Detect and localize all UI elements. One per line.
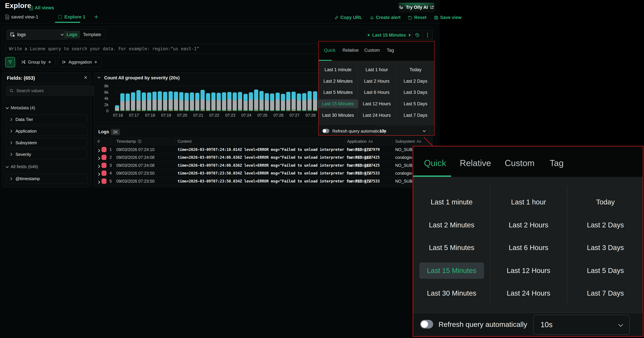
log-row[interactable]: 509/03/2026 07:23:50time=2026-03-09T07:2…: [94, 177, 432, 185]
metadata-group-label[interactable]: Metadata (4): [6, 105, 35, 110]
bar-segment-red: [286, 111, 290, 111]
save-view-button[interactable]: Save view: [434, 15, 462, 20]
tp-tab-tag[interactable]: Tag: [550, 158, 564, 168]
time-option[interactable]: Last 6 Hours: [509, 244, 548, 252]
all-views-link[interactable]: All views: [29, 5, 54, 10]
time-range-button[interactable]: Last 15 Minutes: [367, 30, 411, 40]
time-option[interactable]: Last 1 minute: [324, 67, 352, 72]
data-source-select[interactable]: logs: [6, 29, 67, 40]
time-option[interactable]: Last 5 Days: [587, 267, 624, 275]
add-tab-button[interactable]: +: [94, 13, 98, 21]
time-option-selected[interactable]: Last 15 Minutes: [318, 99, 358, 108]
time-option[interactable]: Today: [596, 198, 615, 206]
all-fields-group-label[interactable]: All fields (649): [6, 164, 38, 169]
expand-row-icon[interactable]: [97, 157, 100, 160]
refresh-interval-select[interactable]: 10s: [375, 126, 430, 136]
more-options-button[interactable]: [423, 30, 432, 40]
aggregation-button[interactable]: Aggregation +: [58, 57, 102, 67]
time-option[interactable]: Last 1 hour: [366, 67, 388, 72]
fields-search[interactable]: [6, 86, 94, 96]
refresh-toggle[interactable]: [420, 320, 433, 329]
mode-template[interactable]: Template: [80, 31, 104, 38]
prev-range-icon[interactable]: [368, 34, 369, 36]
time-option[interactable]: Last 24 Hours: [363, 113, 391, 118]
group-by-button[interactable]: Group by +: [17, 57, 56, 67]
time-option-selected[interactable]: Last 15 Minutes: [419, 263, 484, 279]
col-application[interactable]: Application Aa: [347, 139, 373, 144]
expand-row-icon[interactable]: [97, 181, 100, 184]
time-option[interactable]: Last 12 Hours: [363, 101, 391, 106]
time-option[interactable]: Last 2 Days: [404, 79, 427, 84]
fields-search-input[interactable]: [16, 88, 90, 93]
tp-tab-custom[interactable]: Custom: [505, 158, 534, 168]
time-option[interactable]: Last 1 minute: [431, 198, 472, 206]
tab-explore-1[interactable]: Explore 1: [58, 14, 85, 20]
time-option[interactable]: Last 5 Minutes: [324, 90, 353, 95]
collapse-chart-icon[interactable]: [97, 75, 100, 78]
field-row-data-tier[interactable]: Data Tier: [6, 115, 87, 124]
expand-row-icon[interactable]: [97, 173, 100, 176]
bar-segment-gray: [152, 100, 156, 110]
col-num[interactable]: #: [98, 139, 100, 144]
stacked-bar: [174, 92, 178, 111]
link-icon: [334, 15, 339, 20]
copy-url-button[interactable]: Copy URL: [334, 15, 362, 20]
log-row[interactable]: 409/03/2026 07:23:50time=2026-03-09T07:2…: [94, 169, 432, 177]
close-icon[interactable]: ×: [84, 74, 87, 81]
field-row-application[interactable]: Application: [6, 126, 87, 136]
create-alert-button[interactable]: Create alert: [370, 15, 401, 20]
field-row-severity[interactable]: Severity: [6, 150, 87, 159]
filter-button[interactable]: [5, 57, 15, 67]
time-option[interactable]: Last 7 Days: [404, 113, 427, 118]
field-row-subsystem[interactable]: Subsystem: [6, 138, 87, 148]
time-option[interactable]: Last 7 Days: [587, 289, 624, 297]
tab-saved-view-1[interactable]: saved view-1: [5, 14, 38, 20]
tp-tab-quick[interactable]: Quick: [424, 158, 446, 168]
time-option[interactable]: Last 2 Minutes: [429, 221, 474, 229]
reset-button[interactable]: Reset: [408, 15, 426, 20]
time-option[interactable]: Last 1 hour: [511, 198, 546, 206]
log-row[interactable]: 109/03/2026 07:24:10time=2026-03-09T07:2…: [94, 146, 432, 154]
bar-segment-red: [265, 111, 269, 111]
time-option[interactable]: Last 2 Minutes: [324, 79, 353, 84]
time-option[interactable]: Last 2 Hours: [509, 221, 548, 229]
time-option[interactable]: Last 12 Hours: [507, 267, 550, 275]
refresh-toggle[interactable]: [322, 129, 329, 133]
chevron-right-icon: [9, 118, 12, 121]
time-option[interactable]: Last 3 Days: [587, 244, 624, 252]
time-option[interactable]: Last 3 Days: [404, 90, 427, 95]
bar-segment-red: [292, 111, 296, 111]
tp-tab-relative[interactable]: Relative: [342, 48, 359, 53]
time-option[interactable]: Last 6 Hours: [364, 90, 390, 95]
try-olly-ai-button[interactable]: Try Olly AI: [398, 3, 434, 12]
time-option[interactable]: Last 2 Days: [587, 221, 624, 229]
col-timestamp[interactable]: Timestamp: [116, 139, 142, 144]
time-option[interactable]: Last 30 Minutes: [322, 113, 354, 118]
case-sensitivity-icon: Aa: [417, 139, 421, 144]
expand-row-icon[interactable]: [97, 149, 100, 152]
tp-tab-relative[interactable]: Relative: [460, 158, 491, 168]
log-row[interactable]: 209/03/2026 07:24:08time=2026-03-09T07:2…: [94, 154, 432, 162]
bar-segment-green: [276, 110, 280, 111]
bar-segment-gray: [292, 99, 296, 110]
time-option[interactable]: Last 24 Hours: [507, 289, 550, 297]
time-option[interactable]: Last 5 Days: [404, 101, 427, 106]
time-option[interactable]: Last 2 Hours: [364, 79, 390, 84]
time-option[interactable]: Last 5 Minutes: [429, 244, 474, 252]
refresh-interval-select[interactable]: 10s: [533, 315, 630, 335]
tp-tab-custom[interactable]: Custom: [364, 48, 380, 53]
time-option-column: Last 1 hourLast 2 HoursLast 6 HoursLast …: [490, 177, 567, 313]
log-row[interactable]: 309/03/2026 07:24:08time=2026-03-09T07:2…: [94, 161, 432, 169]
query-history-button[interactable]: [412, 30, 422, 40]
next-range-icon[interactable]: [409, 34, 411, 36]
tp-tab-quick[interactable]: Quick: [324, 48, 336, 53]
expand-row-icon[interactable]: [97, 165, 100, 168]
col-content[interactable]: Content: [178, 139, 192, 144]
bar-segment-cyan: [190, 92, 194, 100]
mode-logs[interactable]: Logs: [64, 31, 80, 38]
time-option[interactable]: Last 30 Minutes: [427, 289, 476, 297]
col-subsystem[interactable]: Subsystem Aa: [395, 139, 421, 144]
tp-tab-tag[interactable]: Tag: [387, 48, 394, 53]
time-option[interactable]: Today: [410, 67, 422, 72]
field-row-timestamp[interactable]: @timestamp: [6, 174, 87, 183]
